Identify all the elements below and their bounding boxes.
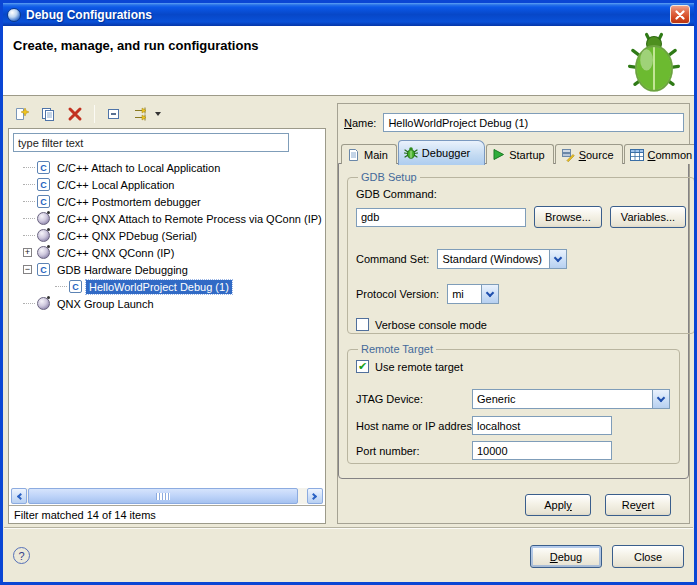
tree-connector [23, 303, 35, 304]
tree-connector [23, 184, 35, 185]
tree-item[interactable]: C/C++ QNX Attach to Remote Process via Q… [9, 210, 325, 227]
titlebar[interactable]: Debug Configurations [3, 3, 694, 26]
scroll-left-button[interactable] [11, 488, 27, 504]
qnx-icon [37, 297, 50, 310]
chevron-down-icon[interactable] [481, 285, 498, 303]
horizontal-scrollbar[interactable] [11, 488, 323, 504]
c-application-icon: C [37, 161, 50, 174]
expander-collapsed-icon[interactable]: + [23, 248, 32, 257]
apply-button[interactable]: Apply [525, 494, 591, 516]
chevron-right-icon [310, 492, 317, 499]
tab-bar: Main Debugger Startup [341, 139, 686, 164]
table-icon [630, 149, 644, 161]
filter-input[interactable] [13, 133, 289, 152]
c-application-icon: C [69, 280, 82, 293]
jtag-device-select[interactable]: Generic [472, 389, 670, 409]
filter-dropdown-caret[interactable] [155, 112, 161, 116]
tree-item-label: C/C++ Local Application [54, 178, 177, 192]
delete-icon[interactable] [65, 104, 85, 124]
tab-debugger[interactable]: Debugger [398, 140, 485, 165]
tab-startup[interactable]: Startup [486, 144, 553, 164]
debugger-tab-content: GDB Setup GDB Command: Browse... Variabl… [338, 163, 689, 479]
chevron-left-icon [17, 492, 24, 499]
launch-tree-panel: CC/C++ Attach to Local ApplicationCC/C++… [8, 128, 326, 524]
chevron-down-icon[interactable] [652, 390, 669, 408]
tree-item-label: C/C++ Attach to Local Application [54, 161, 223, 175]
document-icon [347, 148, 360, 162]
revert-button[interactable]: Revert [605, 494, 671, 516]
new-configuration-icon[interactable] [11, 104, 31, 124]
use-remote-target-label: Use remote target [375, 361, 463, 373]
bug-icon [404, 146, 418, 160]
variables-button[interactable]: Variables... [610, 206, 686, 228]
tab-common[interactable]: Common [624, 144, 697, 164]
close-button[interactable]: Close [612, 545, 684, 568]
tree-item[interactable]: CHelloWorldProject Debug (1) [9, 278, 325, 295]
tree-item[interactable]: QNX Group Launch [9, 295, 325, 312]
tree-connector [23, 167, 35, 168]
qnx-icon [37, 229, 50, 242]
footer-bar: ? Debug Close [3, 529, 694, 582]
command-set-label: Command Set: [356, 253, 429, 265]
c-application-icon: C [37, 178, 50, 191]
chevron-down-icon[interactable] [549, 250, 566, 268]
qnx-icon [37, 246, 50, 259]
jtag-device-label: JTAG Device: [356, 393, 472, 405]
c-application-icon: C [37, 263, 50, 276]
tree-connector [23, 235, 35, 236]
close-icon[interactable] [670, 5, 690, 24]
debug-button[interactable]: Debug [530, 545, 602, 568]
toolbar [11, 102, 161, 126]
tree-connector [23, 201, 35, 202]
tree-item[interactable]: CC/C++ Postmortem debugger [9, 193, 325, 210]
tree-item-label: QNX Group Launch [54, 297, 157, 311]
verbose-console-checkbox[interactable] [356, 318, 369, 331]
protocol-version-select[interactable]: mi [447, 284, 499, 304]
scrollbar-thumb[interactable] [28, 488, 298, 504]
toolbar-separator [94, 105, 95, 123]
tree-item-label: HelloWorldProject Debug (1) [86, 280, 232, 294]
tab-source[interactable]: Source [555, 144, 623, 164]
tab-main-label: Main [364, 149, 388, 161]
tab-main[interactable]: Main [341, 144, 397, 164]
beetle-icon [622, 27, 686, 95]
dialog-header: Create, manage, and run configurations [3, 26, 694, 96]
use-remote-target-checkbox[interactable] [356, 360, 369, 373]
tree-item[interactable]: +C/C++ QNX QConn (IP) [9, 244, 325, 261]
name-input[interactable] [383, 113, 684, 132]
protocol-version-value: mi [448, 288, 481, 300]
filter-icon[interactable] [131, 104, 151, 124]
tree-item[interactable]: −CGDB Hardware Debugging [9, 261, 325, 278]
tab-debugger-label: Debugger [422, 147, 470, 159]
host-label: Host name or IP address: [356, 420, 472, 432]
help-icon[interactable]: ? [13, 547, 30, 564]
remote-target-title: Remote Target [358, 343, 436, 355]
window-title: Debug Configurations [26, 8, 665, 22]
verbose-console-label: Verbose console mode [375, 319, 487, 331]
command-set-select[interactable]: Standard (Windows) [437, 249, 567, 269]
gdb-command-input[interactable] [356, 208, 526, 227]
tree-item[interactable]: CC/C++ Local Application [9, 176, 325, 193]
port-input[interactable] [472, 441, 612, 460]
banner-title: Create, manage, and run configurations [13, 38, 259, 53]
window-icon [7, 8, 21, 22]
command-set-value: Standard (Windows) [438, 253, 549, 265]
source-edit-icon [561, 148, 575, 162]
duplicate-icon[interactable] [38, 104, 58, 124]
browse-button[interactable]: Browse... [534, 206, 602, 228]
protocol-version-label: Protocol Version: [356, 288, 439, 300]
config-detail-panel: Name: Main [337, 103, 690, 524]
tree-item[interactable]: C/C++ QNX PDebug (Serial) [9, 227, 325, 244]
host-input[interactable] [472, 416, 612, 435]
tree-item-label: C/C++ Postmortem debugger [54, 195, 204, 209]
c-application-icon: C [37, 195, 50, 208]
tree-item[interactable]: CC/C++ Attach to Local Application [9, 159, 325, 176]
tree-item-label: C/C++ QNX QConn (IP) [54, 246, 177, 260]
tree-item-label: C/C++ QNX PDebug (Serial) [54, 229, 200, 243]
jtag-device-value: Generic [473, 393, 652, 405]
collapse-all-icon[interactable] [104, 104, 124, 124]
gdb-setup-title: GDB Setup [358, 171, 420, 183]
scroll-right-button[interactable] [307, 488, 323, 504]
expander-expanded-icon[interactable]: − [23, 265, 32, 274]
tree-connector [55, 286, 67, 287]
